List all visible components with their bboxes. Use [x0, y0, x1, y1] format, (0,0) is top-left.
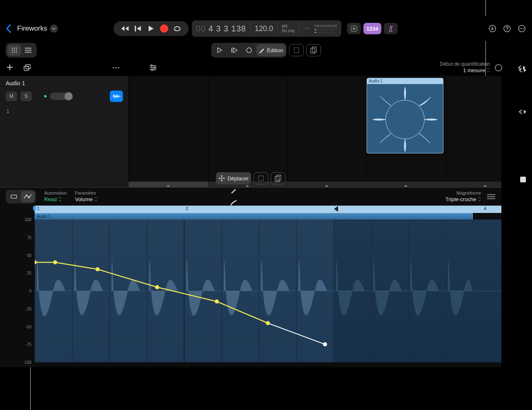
marquee-tool-button-2[interactable]: [254, 172, 268, 184]
svg-point-11: [14, 48, 15, 49]
record-button[interactable]: [158, 24, 170, 33]
copy-tool-button-2[interactable]: [271, 172, 285, 184]
project-title-wrap[interactable]: Fireworks: [15, 24, 58, 33]
nav-stop-button[interactable]: [520, 177, 526, 182]
metronome-button[interactable]: [384, 23, 398, 34]
track-filter-button[interactable]: [149, 64, 157, 71]
svg-rect-40: [258, 176, 263, 181]
svg-rect-22: [231, 48, 232, 53]
lcd-display[interactable]: 00 4 3 3 138 120.0 4/4 Do maj MIDI PROCE…: [192, 20, 341, 37]
snap-control[interactable]: Magnétisme Triple-croche: [445, 190, 481, 203]
editor-scale: 100 75 50 25 0 -25 -50 -75 -100: [0, 219, 35, 362]
duplicate-track-button[interactable]: [23, 64, 31, 72]
nav-arrows-mid[interactable]: [519, 109, 527, 114]
svg-point-14: [14, 50, 15, 51]
editor-region-header: Audio 1: [35, 213, 501, 219]
lcd-signature: 4/4 Do maj: [282, 20, 295, 37]
view-toolbar: Édition: [0, 41, 532, 60]
project-menu-chevron-icon: [50, 24, 58, 33]
editor-main-area[interactable]: [35, 219, 501, 362]
play-button[interactable]: [145, 24, 157, 33]
audio-region[interactable]: Audio 1: [367, 78, 443, 153]
top-right-controls: [488, 24, 526, 33]
list-view-button[interactable]: [21, 44, 35, 56]
count-in-button[interactable]: 1234: [363, 23, 382, 34]
playhead-start-icon: [33, 206, 36, 212]
svg-point-10: [12, 48, 13, 49]
solo-button[interactable]: S: [20, 91, 32, 101]
svg-point-13: [12, 50, 13, 51]
svg-point-15: [16, 50, 17, 51]
top-bar: Fireworks 00 4 3 3 138 120.0 4/4: [0, 16, 532, 41]
copy-tool-button[interactable]: [306, 44, 321, 56]
pencil-tool-button[interactable]: [216, 184, 251, 197]
track-more-button[interactable]: •••: [113, 65, 120, 71]
svg-point-16: [12, 52, 13, 53]
goto-start-button[interactable]: [132, 24, 144, 33]
svg-rect-24: [294, 48, 299, 53]
download-button[interactable]: [488, 24, 497, 33]
svg-point-33: [154, 67, 156, 69]
input-indicator-icon: [44, 95, 47, 98]
track-row[interactable]: Audio 1 M S: [0, 76, 129, 106]
back-button[interactable]: [6, 24, 11, 33]
svg-rect-25: [311, 48, 315, 53]
right-nav-panel: [514, 60, 532, 190]
clear-button[interactable]: [347, 23, 361, 34]
volume-fader[interactable]: [50, 93, 70, 100]
rewind-button[interactable]: [119, 24, 131, 33]
track-list: Audio 1 M S 1: [0, 76, 129, 190]
automation-param-control[interactable]: Paramètre Volume: [75, 190, 98, 203]
play-range-line: [334, 219, 334, 362]
svg-rect-42: [277, 175, 281, 180]
svg-point-7: [520, 28, 521, 29]
playhead-end-icon: [334, 206, 338, 212]
transport-controls: [114, 21, 189, 36]
lcd-tempo: 120.0: [255, 20, 273, 37]
editor-menu-button[interactable]: [487, 194, 496, 199]
track-number: 1: [7, 109, 9, 114]
arrange-area[interactable]: Audio 1: [129, 76, 501, 182]
automation-mode-control[interactable]: Automation Read: [44, 190, 67, 203]
play-from-button[interactable]: [227, 44, 242, 56]
grid-view-button[interactable]: [7, 44, 21, 56]
more-menu-button[interactable]: [517, 24, 526, 33]
svg-point-37: [26, 195, 27, 196]
third-toolbar: ••• Début de quantification 1 mesure: [0, 60, 532, 76]
add-track-button[interactable]: [6, 63, 15, 72]
svg-point-17: [14, 52, 15, 53]
help-button[interactable]: [503, 24, 512, 33]
track-icon-button[interactable]: [110, 91, 123, 102]
play-region-button[interactable]: [212, 44, 227, 56]
lcd-meters: PROCESSEUR: [314, 20, 337, 37]
lcd-position: 00 4 3 3 138: [196, 20, 246, 37]
svg-point-34: [151, 69, 153, 71]
mute-button[interactable]: M: [6, 91, 17, 101]
editor-toolbar: Automation Read Paramètre Volume Déplace…: [0, 188, 501, 206]
edition-tool-button[interactable]: Édition: [256, 44, 286, 56]
svg-point-35: [386, 100, 425, 139]
svg-point-38: [28, 197, 30, 198]
quantize-start-control[interactable]: Début de quantification 1 mesure: [440, 61, 490, 74]
nav-arrows-top[interactable]: [519, 68, 527, 73]
marquee-tool-button[interactable]: [289, 44, 304, 56]
editor-region-label[interactable]: Audio 1: [35, 213, 473, 219]
svg-rect-41: [275, 176, 279, 182]
automation-view-button[interactable]: [21, 191, 35, 202]
fireworks-icon: [367, 84, 443, 153]
region-view-button[interactable]: [7, 191, 21, 202]
record-icon: [160, 24, 168, 33]
move-tool-button[interactable]: Déplacer: [216, 172, 251, 184]
svg-point-18: [16, 52, 17, 53]
svg-point-9: [523, 28, 524, 29]
svg-point-12: [16, 48, 17, 49]
active-range-overlay: [35, 219, 334, 362]
editor-ruler[interactable]: 1 2 4: [35, 206, 501, 213]
svg-point-23: [247, 48, 252, 53]
lcd-midi-indicator: MIDI: [303, 20, 310, 37]
quantize-knob[interactable]: [495, 64, 502, 71]
cycle-button[interactable]: [171, 24, 183, 33]
project-title: Fireworks: [17, 24, 47, 33]
loop-region-button[interactable]: [242, 44, 256, 56]
svg-point-5: [507, 30, 508, 31]
